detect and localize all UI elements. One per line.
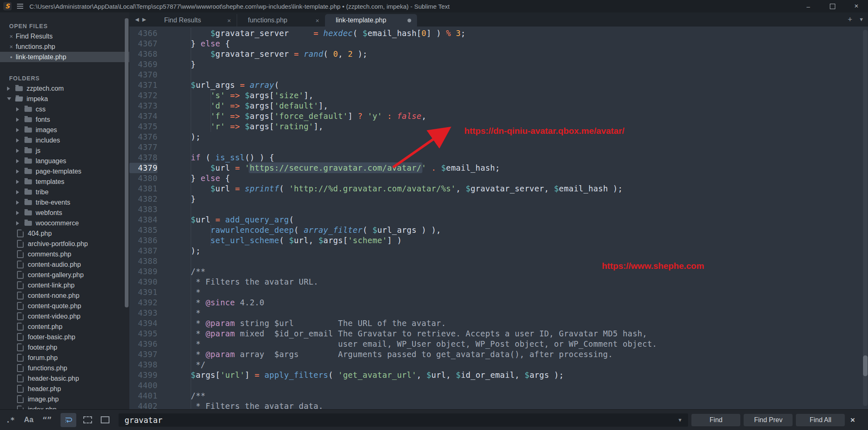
tree-file-item[interactable]: content-gallery.php xyxy=(0,270,129,280)
code-line[interactable]: 4386 set_url_scheme( $url, $args['scheme… xyxy=(129,235,868,246)
tree-folder-item[interactable]: tribe-events xyxy=(0,197,129,208)
code-line[interactable]: 4378 if ( is_ssl() ) { xyxy=(129,152,868,163)
code-line[interactable]: 4379 $url = 'https://secure.gravatar.com… xyxy=(129,163,868,173)
minimize-button[interactable]: – xyxy=(798,0,819,12)
code-line[interactable]: 4398 */ xyxy=(129,360,868,370)
chevron-right-icon[interactable] xyxy=(16,169,19,174)
tree-file-item[interactable]: content-audio.php xyxy=(0,259,129,270)
code-line[interactable]: 4402 * Filters the avatar data. xyxy=(129,401,868,409)
tree-file-item[interactable]: content-quote.php xyxy=(0,301,129,311)
tree-file-item[interactable]: footer-basic.php xyxy=(0,332,129,342)
wrap-toggle-button[interactable] xyxy=(61,413,76,427)
code-line[interactable]: 4390 * Filters the avatar URL. xyxy=(129,277,868,287)
tab-functions-php[interactable]: functions.php× xyxy=(237,14,325,27)
code-line[interactable]: 4369 } xyxy=(129,59,868,70)
chevron-right-icon[interactable] xyxy=(16,201,19,205)
code-line[interactable]: 4380 } else { xyxy=(129,173,868,184)
tree-file-item[interactable]: footer.php xyxy=(0,342,129,353)
code-line[interactable]: 4371 $url_args = array( xyxy=(129,80,868,90)
whole-word-toggle-icon[interactable]: “” xyxy=(43,416,52,424)
tree-folder-item[interactable]: page-templates xyxy=(0,166,129,176)
code-line[interactable]: 4389 /** xyxy=(129,266,868,277)
code-line[interactable]: 4401 /** xyxy=(129,391,868,401)
code-line[interactable]: 4391 * xyxy=(129,287,868,297)
tree-file-item[interactable]: image.php xyxy=(0,394,129,404)
tab-history-back-icon[interactable]: ◀ xyxy=(135,17,139,22)
editor-scrollbar-thumb[interactable] xyxy=(863,355,868,376)
editor-scrollbar-track[interactable] xyxy=(863,30,868,406)
tree-folder-item[interactable]: languages xyxy=(0,156,129,166)
maximize-button[interactable] xyxy=(822,0,843,12)
chevron-right-icon[interactable] xyxy=(16,138,19,143)
case-sensitive-toggle-icon[interactable]: Aa xyxy=(24,416,34,424)
chevron-right-icon[interactable] xyxy=(16,159,19,163)
tree-folder-item[interactable]: images xyxy=(0,125,129,135)
code-line[interactable]: 4368 $gravatar_server = rand( 0, 2 ); xyxy=(129,49,868,59)
code-line[interactable]: 4392 * @since 4.2.0 xyxy=(129,297,868,308)
search-history-dropdown-icon[interactable]: ▼ xyxy=(678,417,683,423)
open-file-item[interactable]: ●link-template.php xyxy=(0,52,129,62)
code-line[interactable]: 4376 ); xyxy=(129,132,868,142)
code-line[interactable]: 4377 xyxy=(129,142,868,152)
tree-folder-item[interactable]: templates xyxy=(0,176,129,187)
tree-file-item[interactable]: comments.php xyxy=(0,249,129,259)
code-line[interactable]: 4395 * @param mixed $id_or_email The Gra… xyxy=(129,329,868,339)
code-line[interactable]: 4374 'f' => $args['force_default'] ? 'y'… xyxy=(129,111,868,121)
tab-dirty-dot-icon[interactable] xyxy=(407,19,411,22)
tree-file-item[interactable]: header-basic.php xyxy=(0,373,129,384)
search-input[interactable] xyxy=(119,415,668,425)
code-line[interactable]: 4381 $url = sprintf( 'http://%d.gravatar… xyxy=(129,184,868,194)
tree-file-item[interactable]: header.php xyxy=(0,384,129,394)
code-line[interactable]: 4393 * xyxy=(129,308,868,318)
tree-file-item[interactable]: content-video.php xyxy=(0,311,129,321)
code-line[interactable]: 4394 * @param string $url The URL of the… xyxy=(129,318,868,329)
new-tab-button[interactable]: + xyxy=(848,12,852,27)
tree-folder-item[interactable]: css xyxy=(0,104,129,114)
code-line[interactable]: 4366 $gravatar_server = hexdec( $email_h… xyxy=(129,28,868,39)
chevron-right-icon[interactable] xyxy=(16,211,19,215)
code-line[interactable]: 4388 xyxy=(129,256,868,266)
code-line[interactable]: 4387 ); xyxy=(129,246,868,256)
chevron-right-icon[interactable] xyxy=(16,180,19,184)
chevron-right-icon[interactable] xyxy=(16,149,19,153)
close-file-icon[interactable]: × xyxy=(8,43,15,50)
tab-overflow-icon[interactable]: ▼ xyxy=(859,12,864,27)
in-selection-toggle-icon[interactable] xyxy=(83,416,92,423)
code-line[interactable]: 4375 'r' => $args['rating'], xyxy=(129,121,868,132)
code-line[interactable]: 4382 } xyxy=(129,194,868,204)
tree-folder-item[interactable]: zzptech.com xyxy=(0,83,129,94)
find-prev-button[interactable]: Find Prev xyxy=(744,414,793,426)
code-line[interactable]: 4383 xyxy=(129,204,868,215)
chevron-right-icon[interactable] xyxy=(16,107,19,111)
find-all-button[interactable]: Find All xyxy=(796,414,845,426)
code-line[interactable]: 4367 } else { xyxy=(129,39,868,49)
tab-close-icon[interactable]: × xyxy=(315,17,319,24)
chevron-down-icon[interactable] xyxy=(7,97,11,100)
tree-folder-item[interactable]: impeka xyxy=(0,94,129,104)
tree-folder-item[interactable]: webfonts xyxy=(0,208,129,218)
tree-file-item[interactable]: content.php xyxy=(0,321,129,332)
tree-file-item[interactable]: forum.php xyxy=(0,353,129,363)
tab-find-results[interactable]: Find Results× xyxy=(153,14,237,27)
tree-folder-item[interactable]: woocommerce xyxy=(0,218,129,228)
code-line[interactable]: 4373 'd' => $args['default'], xyxy=(129,101,868,111)
tree-file-item[interactable]: content-none.php xyxy=(0,290,129,301)
chevron-right-icon[interactable] xyxy=(16,221,19,225)
highlight-matches-toggle-icon[interactable] xyxy=(101,416,109,423)
tab-close-icon[interactable]: × xyxy=(227,17,231,24)
close-window-button[interactable]: × xyxy=(846,0,867,12)
open-file-item[interactable]: ×Find Results xyxy=(0,31,129,41)
tree-folder-item[interactable]: fonts xyxy=(0,114,129,125)
code-editor[interactable]: 4366 $gravatar_server = hexdec( $email_h… xyxy=(129,27,868,409)
code-line[interactable]: 4400 xyxy=(129,380,868,391)
tree-folder-item[interactable]: tribe xyxy=(0,187,129,197)
code-line[interactable]: 4385 rawurlencode_deep( array_filter( $u… xyxy=(129,225,868,235)
code-line[interactable]: 4370 xyxy=(129,70,868,80)
chevron-right-icon[interactable] xyxy=(16,190,19,194)
tab-history-forward-icon[interactable]: ▶ xyxy=(142,17,146,22)
chevron-right-icon[interactable] xyxy=(16,128,19,132)
tree-folder-item[interactable]: js xyxy=(0,145,129,156)
tree-file-item[interactable]: 404.php xyxy=(0,228,129,239)
close-file-icon[interactable]: × xyxy=(8,33,15,40)
tree-file-item[interactable]: functions.php xyxy=(0,363,129,373)
